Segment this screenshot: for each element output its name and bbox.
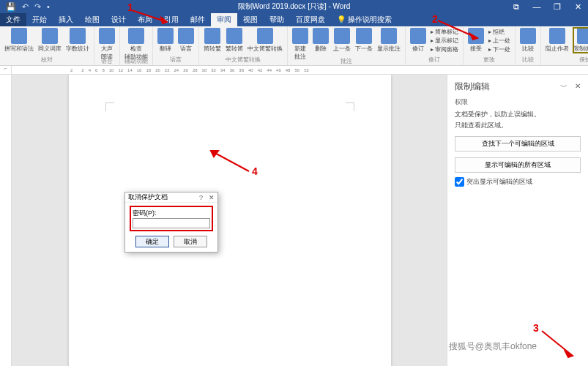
ribbon-cmd-label: 上一条 bbox=[333, 45, 351, 53]
password-input[interactable] bbox=[133, 218, 210, 228]
ribbon-cmd-5-0[interactable]: 新建 批注 bbox=[292, 28, 308, 61]
qat-more-icon[interactable]: • bbox=[47, 2, 50, 12]
ribbon-cmd-0-0[interactable]: 拼写和语法 bbox=[4, 28, 34, 53]
ribbon: 拼写和语法同义词库字数统计校对大声 朗读语音检查 辅助功能辅助功能翻译语言语言简… bbox=[0, 26, 588, 66]
ribbon-group-label: 中文简繁转换 bbox=[204, 56, 283, 64]
restrict-editing-pane: 限制编辑 ﹀ ✕ 权限 文档受保护，以防止误编辑。 只能查看此区域。 查找下一个… bbox=[447, 75, 588, 366]
ribbon-cmd-4-2[interactable]: 中文简繁转换 bbox=[248, 28, 283, 53]
ribbon-cmd-8-0[interactable]: 比较 bbox=[520, 28, 536, 53]
document-canvas[interactable]: 取消保护文档 ? ✕ 密码(P): 确定 取消 bbox=[12, 75, 447, 366]
ribbon-subcmd[interactable]: ▸ 审阅窗格 bbox=[431, 45, 458, 53]
ribbon-cmd-3-1[interactable]: 语言 bbox=[178, 28, 194, 53]
ribbon-group-7: 接受▸ 拒绝▸ 上一处▸ 下一处更改 bbox=[464, 26, 516, 65]
show-all-regions-button[interactable]: 显示可编辑的所有区域 bbox=[455, 157, 581, 173]
pane-title: 限制编辑 bbox=[455, 81, 490, 93]
ribbon-subcmd[interactable]: ▸ 上一处 bbox=[488, 37, 510, 45]
vertical-ruler[interactable] bbox=[0, 75, 12, 366]
ribbon-cmd-3-0[interactable]: 翻译 bbox=[157, 28, 174, 53]
ribbon-cmd-0-2[interactable]: 字数统计 bbox=[66, 28, 89, 53]
ribbon-cmd-label: 中文简繁转换 bbox=[248, 45, 283, 53]
ribbon-options-icon[interactable]: ⧉ bbox=[506, 2, 526, 12]
highlight-regions-label: 突出显示可编辑的区域 bbox=[466, 177, 532, 187]
ribbon-cmd-label: 限制编辑 bbox=[573, 45, 588, 53]
tab-baidu[interactable]: 百度网盘 bbox=[290, 13, 331, 26]
tab-insert[interactable]: 插入 bbox=[53, 13, 79, 26]
ribbon-cmd-7-0[interactable]: 接受 bbox=[468, 28, 484, 53]
tab-design[interactable]: 设计 bbox=[105, 13, 132, 26]
ribbon-cmd-4-0[interactable]: 简转繁 bbox=[204, 28, 221, 53]
dialog-close-icon[interactable]: ✕ bbox=[209, 194, 215, 201]
ribbon-cmd-label: 简转繁 bbox=[204, 45, 221, 53]
tab-home[interactable]: 开始 bbox=[26, 13, 53, 26]
ribbon-cmd-5-1[interactable]: 删除 bbox=[313, 28, 329, 53]
ribbon-group-label: 批注 bbox=[292, 57, 401, 65]
highlight-regions-checkbox[interactable]: 突出显示可编辑的区域 bbox=[455, 177, 581, 187]
find-next-region-button[interactable]: 查找下一个可编辑的区域 bbox=[455, 136, 581, 152]
ribbon-cmd-2-0[interactable]: 检查 辅助功能 bbox=[124, 28, 148, 61]
ribbon-cmd-5-4[interactable]: 显示批注 bbox=[377, 28, 401, 53]
ribbon-group-9: 阻止作者限制编辑隐藏墨迹保护 bbox=[541, 26, 588, 65]
cancel-button[interactable]: 取消 bbox=[174, 236, 207, 247]
tab-file[interactable]: 文件 bbox=[0, 13, 26, 26]
close-icon[interactable]: ✕ bbox=[567, 2, 588, 12]
ribbon-icon bbox=[381, 28, 397, 44]
dialog-titlebar[interactable]: 取消保护文档 ? ✕ bbox=[125, 193, 217, 203]
tab-layout[interactable]: 布局 bbox=[132, 13, 158, 26]
ribbon-icon bbox=[520, 28, 536, 44]
pane-close-icon[interactable]: ✕ bbox=[575, 82, 581, 92]
ribbon-cmd-5-3[interactable]: 下一条 bbox=[355, 28, 373, 53]
pane-options-icon[interactable]: ﹀ bbox=[560, 82, 567, 92]
ribbon-cmd-9-0[interactable]: 阻止作者 bbox=[546, 28, 569, 53]
ribbon-group-label: 辅助功能 bbox=[124, 57, 148, 65]
ribbon-cmd-5-2[interactable]: 上一条 bbox=[333, 28, 351, 53]
dialog-help-icon[interactable]: ? bbox=[199, 194, 203, 201]
ribbon-group-label: 更改 bbox=[468, 56, 510, 64]
tab-draw[interactable]: 绘图 bbox=[79, 13, 105, 26]
ribbon-cmd-6-0[interactable]: 修订 bbox=[410, 28, 426, 53]
ribbon-cmd-label: 显示批注 bbox=[377, 45, 401, 53]
ribbon-group-2: 检查 辅助功能辅助功能 bbox=[120, 26, 153, 65]
ribbon-cmd-1-0[interactable]: 大声 朗读 bbox=[99, 28, 115, 61]
ribbon-cmd-label: 修订 bbox=[412, 45, 424, 53]
ribbon-subcmd[interactable]: ▸ 拒绝 bbox=[488, 28, 510, 36]
ribbon-subcmd[interactable]: ▸ 下一处 bbox=[488, 45, 510, 53]
ribbon-subcmd[interactable]: ▸ 显示标记 bbox=[431, 37, 458, 45]
redo-icon[interactable]: ↷ bbox=[34, 2, 41, 12]
tell-me[interactable]: 💡 操作说明搜索 bbox=[331, 13, 398, 26]
ribbon-cmd-4-1[interactable]: 繁转简 bbox=[226, 28, 243, 53]
highlight-regions-input[interactable] bbox=[455, 177, 464, 187]
ribbon-group-4: 简转繁繁转简中文简繁转换中文简繁转换 bbox=[199, 26, 288, 65]
tab-references[interactable]: 引用 bbox=[158, 13, 185, 26]
minimize-icon[interactable]: — bbox=[526, 2, 547, 12]
ribbon-group-5: 新建 批注删除上一条下一条显示批注批注 bbox=[288, 26, 406, 65]
ribbon-icon bbox=[226, 28, 242, 44]
ribbon-icon bbox=[257, 28, 273, 44]
pane-text-1: 文档受保护，以防止误编辑。 bbox=[455, 110, 581, 119]
ribbon-cmd-label: 下一条 bbox=[355, 45, 373, 53]
ribbon-subcmd[interactable]: ▸ 简单标记 bbox=[431, 28, 458, 36]
ribbon-icon bbox=[178, 28, 194, 44]
ribbon-cmd-0-1[interactable]: 同义词库 bbox=[38, 28, 62, 53]
margin-corner-tl bbox=[105, 102, 114, 111]
restore-icon[interactable]: ❐ bbox=[547, 2, 567, 12]
save-icon[interactable]: 💾 bbox=[6, 2, 16, 12]
unprotect-dialog: 取消保护文档 ? ✕ 密码(P): 确定 取消 bbox=[124, 192, 218, 253]
tab-view[interactable]: 视图 bbox=[237, 13, 264, 26]
ok-button[interactable]: 确定 bbox=[135, 236, 169, 247]
tab-mailings[interactable]: 邮件 bbox=[185, 13, 211, 26]
title-bar: 💾 ↶ ↷ • 限制Word 2019.docx [只读] - Word ⧉ —… bbox=[0, 0, 588, 13]
undo-icon[interactable]: ↶ bbox=[22, 2, 29, 12]
ribbon-cmd-9-1[interactable]: 限制编辑 bbox=[573, 28, 588, 53]
tab-help[interactable]: 帮助 bbox=[264, 13, 290, 26]
ribbon-group-label: 保护 bbox=[546, 56, 588, 64]
ribbon-group-label: 比较 bbox=[520, 56, 536, 64]
ribbon-group-6: 修订▸ 简单标记▸ 显示标记▸ 审阅窗格修订 bbox=[406, 26, 464, 65]
tab-review[interactable]: 审阅 bbox=[211, 13, 237, 26]
ribbon-icon bbox=[410, 28, 426, 44]
watermark: 搜狐号@奥凯丰okfone bbox=[449, 340, 537, 353]
ribbon-group-label: 修订 bbox=[410, 56, 458, 64]
horizontal-ruler[interactable]: 2246810121416182022242628303234363840424… bbox=[12, 66, 588, 74]
ribbon-icon bbox=[204, 28, 220, 44]
ribbon-group-8: 比较比较 bbox=[516, 26, 541, 65]
ribbon-cmd-label: 拼写和语法 bbox=[4, 45, 34, 53]
